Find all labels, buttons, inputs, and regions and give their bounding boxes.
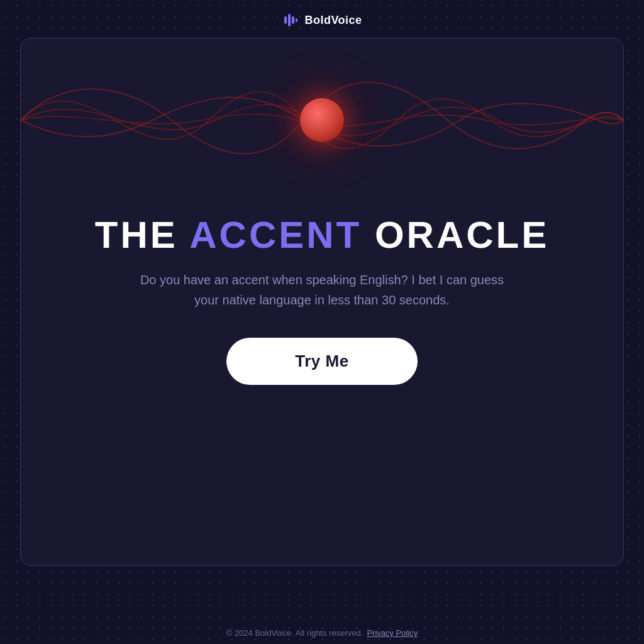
subtitle-text: Do you have an accent when speaking Engl… (140, 270, 504, 310)
logo: BoldVoice (282, 11, 362, 29)
footer: © 2024 BoldVoice. All rights reserved. P… (0, 618, 644, 644)
title-accent: ACCENT (189, 214, 362, 256)
page-title: THE ACCENT ORACLE (95, 214, 549, 256)
copyright-text: © 2024 BoldVoice. All rights reserved. (226, 628, 364, 638)
card-content: THE ACCENT ORACLE Do you have an accent … (57, 202, 587, 423)
waveform-area (21, 38, 623, 202)
svg-rect-0 (284, 16, 287, 24)
boldvoice-logo-icon (282, 11, 299, 29)
try-me-button[interactable]: Try Me (226, 338, 418, 385)
logo-text: BoldVoice (304, 14, 362, 27)
privacy-policy-link[interactable]: Privacy Policy (367, 628, 418, 638)
title-prefix: THE (95, 214, 189, 256)
svg-rect-2 (292, 16, 294, 24)
main-card: THE ACCENT ORACLE Do you have an accent … (20, 38, 624, 566)
top-nav: BoldVoice (0, 0, 644, 38)
voice-orb (300, 98, 344, 142)
svg-rect-3 (296, 18, 297, 22)
svg-rect-1 (288, 14, 291, 26)
title-suffix: ORACLE (362, 214, 549, 256)
